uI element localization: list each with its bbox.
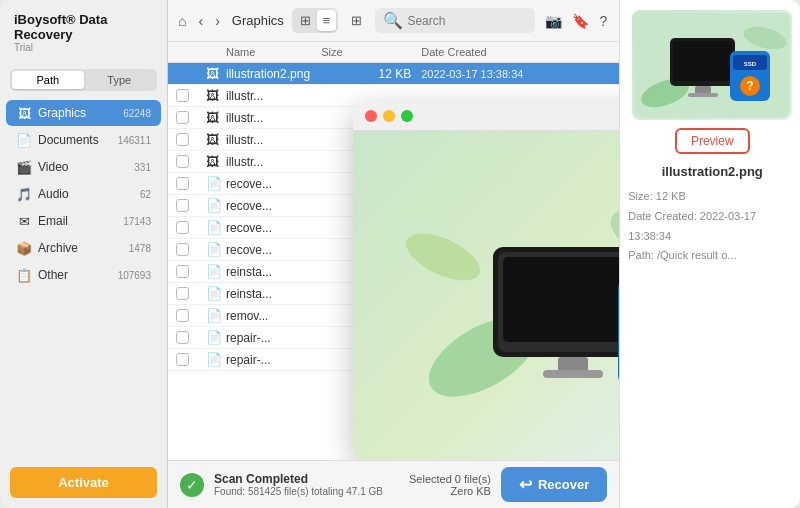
sidebar-label-video: Video xyxy=(38,160,130,174)
preview-details: Size: 12 KB Date Created: 2022-03-17 13:… xyxy=(628,187,796,266)
help-button[interactable]: ? xyxy=(597,11,609,31)
file-type-icon: 📄 xyxy=(206,242,226,257)
row-checkbox[interactable] xyxy=(176,265,189,278)
overlay-preview: SSD ? xyxy=(353,102,619,460)
sidebar-item-audio[interactable]: 🎵 Audio 62 xyxy=(6,181,161,207)
file-type-icon: 📄 xyxy=(206,176,226,191)
sidebar-item-email[interactable]: ✉ Email 17143 xyxy=(6,208,161,234)
row-checkbox[interactable] xyxy=(176,243,189,256)
recover-label: Recover xyxy=(538,477,589,492)
table-row[interactable]: 🖼 illustration2.png 12 KB 2022-03-17 13:… xyxy=(168,63,619,85)
file-type-icon: 📄 xyxy=(206,308,226,323)
camera-button[interactable]: 📷 xyxy=(543,11,564,31)
sidebar-items: 🖼 Graphics 62248 📄 Documents 146311 🎬 Vi… xyxy=(0,99,167,457)
svg-text:SSD: SSD xyxy=(744,61,757,67)
toolbar: ⌂ ‹ › Graphics ⊞ ≡ ⊞ 🔍 📷 🔖 ? xyxy=(168,0,619,42)
size-label: Size: xyxy=(628,190,652,202)
row-checkbox[interactable] xyxy=(176,133,189,146)
file-list-container: Name Size Date Created 🖼 illustration2.p… xyxy=(168,42,619,460)
sidebar-item-documents[interactable]: 📄 Documents 146311 xyxy=(6,127,161,153)
sidebar-count-other: 107693 xyxy=(118,270,151,281)
main-content: ⌂ ‹ › Graphics ⊞ ≡ ⊞ 🔍 📷 🔖 ? Name Size D… xyxy=(168,0,619,508)
row-checkbox[interactable] xyxy=(176,331,189,344)
sidebar-count-documents: 146311 xyxy=(118,135,151,146)
selected-count: Selected 0 file(s) xyxy=(409,473,491,485)
path-label: Path: xyxy=(628,249,654,261)
file-type-icon: 🖼 xyxy=(206,88,226,103)
recover-icon: ↩ xyxy=(519,475,532,494)
grid-view-button[interactable]: ⊞ xyxy=(294,10,317,31)
filter-button[interactable]: ⊞ xyxy=(346,10,367,31)
status-bar: ✓ Scan Completed Found: 581425 file(s) t… xyxy=(168,460,619,508)
file-name: repair-... xyxy=(226,331,321,345)
sidebar-item-archive[interactable]: 📦 Archive 1478 xyxy=(6,235,161,261)
sidebar-footer: Activate xyxy=(0,457,167,508)
scan-info: Scan Completed Found: 581425 file(s) tot… xyxy=(214,472,399,497)
file-date: 2022-03-17 13:38:34 xyxy=(421,68,581,80)
traffic-light-yellow[interactable] xyxy=(383,110,395,122)
sidebar-icon-graphics: 🖼 xyxy=(16,105,32,121)
sidebar-item-video[interactable]: 🎬 Video 331 xyxy=(6,154,161,180)
file-name: illustr... xyxy=(226,155,321,169)
back-button[interactable]: ‹ xyxy=(194,11,207,31)
tab-type[interactable]: Type xyxy=(84,71,156,89)
sidebar-item-other[interactable]: 📋 Other 107693 xyxy=(6,262,161,288)
row-checkbox[interactable] xyxy=(176,89,189,102)
file-type-icon: 🖼 xyxy=(206,110,226,125)
path-value: /Quick result o... xyxy=(657,249,736,261)
file-type-icon: 📄 xyxy=(206,330,226,345)
date-label: Date Created: xyxy=(628,210,696,222)
recover-button[interactable]: ↩ Recover xyxy=(501,467,607,502)
selected-size: Zero KB xyxy=(409,485,491,497)
file-type-icon: 📄 xyxy=(206,220,226,235)
right-panel: SSD ? Preview illustration2.png Size: 12… xyxy=(619,0,800,508)
app-subtitle: Trial xyxy=(14,42,153,53)
row-checkbox[interactable] xyxy=(176,199,189,212)
svg-rect-9 xyxy=(618,277,619,387)
file-type-icon: 📄 xyxy=(206,264,226,279)
nav-buttons: ‹ › xyxy=(194,11,223,31)
preview-date-row: Date Created: 2022-03-17 13:38:34 xyxy=(628,207,796,247)
search-input[interactable] xyxy=(407,14,527,28)
preview-path-row: Path: /Quick result o... xyxy=(628,246,796,266)
row-checkbox[interactable] xyxy=(176,177,189,190)
preview-filename: illustration2.png xyxy=(662,164,763,179)
tab-switcher: Path Type xyxy=(10,69,157,91)
sidebar-label-archive: Archive xyxy=(38,241,125,255)
row-checkbox[interactable] xyxy=(176,155,189,168)
row-checkbox[interactable] xyxy=(176,309,189,322)
traffic-light-green[interactable] xyxy=(401,110,413,122)
file-name: recove... xyxy=(226,177,321,191)
preview-button[interactable]: Preview xyxy=(675,128,750,154)
svg-rect-7 xyxy=(558,357,588,372)
row-checkbox[interactable] xyxy=(176,353,189,366)
svg-text:?: ? xyxy=(746,79,753,93)
traffic-light-red[interactable] xyxy=(365,110,377,122)
home-button[interactable]: ⌂ xyxy=(178,13,186,29)
bookmark-button[interactable]: 🔖 xyxy=(570,11,591,31)
view-toggle: ⊞ ≡ xyxy=(292,8,339,33)
overlay-header xyxy=(353,102,619,131)
file-type-icon: 🖼 xyxy=(206,154,226,169)
activate-button[interactable]: Activate xyxy=(10,467,157,498)
file-type-icon: 📄 xyxy=(206,198,226,213)
sidebar-icon-email: ✉ xyxy=(16,213,32,229)
file-name: illustr... xyxy=(226,111,321,125)
sidebar-label-graphics: Graphics xyxy=(38,106,119,120)
row-checkbox[interactable] xyxy=(176,221,189,234)
toolbar-path: Graphics xyxy=(232,13,284,28)
svg-rect-20 xyxy=(695,86,711,94)
file-type-icon: 🖼 xyxy=(206,66,226,81)
forward-button[interactable]: › xyxy=(211,11,224,31)
sidebar-count-audio: 62 xyxy=(140,189,151,200)
sidebar-item-graphics[interactable]: 🖼 Graphics 62248 xyxy=(6,100,161,126)
tab-path[interactable]: Path xyxy=(12,71,84,89)
file-name: repair-... xyxy=(226,353,321,367)
list-view-button[interactable]: ≡ xyxy=(317,10,337,31)
row-checkbox[interactable] xyxy=(176,287,189,300)
row-checkbox[interactable] xyxy=(176,111,189,124)
search-icon: 🔍 xyxy=(383,11,403,30)
sidebar-count-video: 331 xyxy=(134,162,151,173)
svg-rect-8 xyxy=(543,370,603,378)
row-checkbox[interactable] xyxy=(176,67,189,80)
